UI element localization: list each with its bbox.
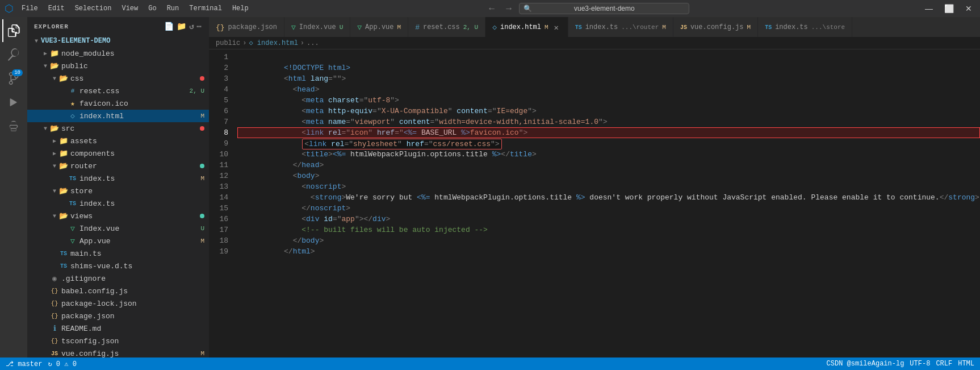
breadcrumb-part[interactable]: public: [216, 39, 240, 47]
sidebar-root[interactable]: ▼ VUE3-ELEMENT-DEMO: [27, 35, 209, 47]
activity-explorer[interactable]: [2, 19, 25, 42]
js-icon: JS: [50, 351, 59, 357]
sidebar-item-tsconfig[interactable]: {} tsconfig.json: [27, 335, 209, 347]
language-label[interactable]: HTML: [958, 360, 974, 368]
code-line-4: <meta charset="utf-8">: [237, 84, 980, 95]
file-badge: M: [200, 238, 204, 244]
sidebar-item-shims-vue[interactable]: TS shims-vue.d.ts: [27, 260, 209, 272]
sidebar-item-babel-config[interactable]: {} babel.config.js: [27, 285, 209, 297]
more-actions-icon[interactable]: ⋯: [197, 22, 202, 31]
sidebar-item-favicon[interactable]: ★ favicon.ico: [27, 97, 209, 110]
tab-label: index.html: [500, 23, 541, 31]
sidebar-item-assets[interactable]: ▶ 📁 assets: [27, 135, 209, 147]
window-min-button[interactable]: —: [922, 4, 936, 13]
activity-bar: 10: [0, 17, 27, 357]
file-badge: U: [200, 225, 204, 232]
status-bar-right: CSDN @smileAgain-lg UTF-8 CRLF HTML: [827, 360, 974, 368]
tab-index-vue[interactable]: ▽ Index.vue U: [284, 17, 350, 37]
new-folder-icon[interactable]: 📁: [177, 22, 187, 31]
sidebar-item-src[interactable]: ▼ 📂 src: [27, 122, 209, 135]
folder-icon: 📁: [59, 149, 68, 158]
sidebar-item-main-ts[interactable]: TS main.ts: [27, 247, 209, 260]
arrow-icon: ▶: [50, 138, 59, 144]
favicon-icon: ★: [68, 99, 77, 108]
sidebar-item-components[interactable]: ▶ 📁 components: [27, 147, 209, 160]
sidebar-item-index-html[interactable]: ◇ index.html M: [27, 110, 209, 122]
tab-badge: M: [397, 24, 401, 31]
tab-suffix: ...\store: [811, 24, 845, 31]
sidebar-item-package-json[interactable]: {} package.json: [27, 310, 209, 322]
sidebar-item-label: src: [61, 124, 198, 133]
sidebar-header-icons: 📄 📁 ↺ ⋯: [164, 22, 202, 31]
sidebar-item-reset-css[interactable]: # reset.css 2, U: [27, 85, 209, 97]
menu-go[interactable]: Go: [144, 3, 161, 14]
sidebar-item-store-index-ts[interactable]: TS index.ts: [27, 197, 209, 210]
tab-icon: JS: [680, 24, 687, 31]
nav-back-button[interactable]: ←: [485, 3, 499, 14]
menu-view[interactable]: View: [117, 3, 143, 14]
sidebar-item-public[interactable]: ▼ 📂 public: [27, 60, 209, 72]
activity-source-control[interactable]: 10: [2, 67, 25, 90]
breadcrumb-section[interactable]: ...: [307, 39, 319, 47]
sidebar-item-views[interactable]: ▼ 📂 views: [27, 210, 209, 222]
encoding-label[interactable]: UTF-8: [910, 360, 930, 368]
menu-edit[interactable]: Edit: [44, 3, 69, 14]
tabs-bar: {} package.json ▽ Index.vue U ▽ App.vue …: [209, 17, 980, 37]
sidebar-item-package-lock[interactable]: {} package-lock.json: [27, 297, 209, 310]
sidebar-item-store[interactable]: ▼ 📂 store: [27, 185, 209, 197]
sidebar-item-label: index.html: [79, 112, 198, 120]
sync-status[interactable]: ↻ 0 ⚠ 0: [48, 360, 76, 368]
line-ending-label[interactable]: CRLF: [936, 360, 952, 368]
sidebar-item-views-index-vue[interactable]: ▽ Index.vue U: [27, 222, 209, 235]
json-icon: {}: [50, 338, 59, 344]
sidebar-item-label: index.ts: [79, 199, 204, 208]
menu-selection[interactable]: Selection: [70, 3, 116, 14]
search-input[interactable]: [519, 3, 689, 14]
refresh-icon[interactable]: ↺: [189, 22, 194, 31]
tab-index-ts-router[interactable]: TS index.ts ...\router M: [568, 17, 673, 37]
window-max-button[interactable]: ⬜: [941, 4, 957, 13]
tab-index-html[interactable]: ◇ index.html M ✕: [485, 17, 568, 37]
tab-icon: ▽: [357, 23, 362, 32]
sidebar-item-router[interactable]: ▼ 📂 router: [27, 160, 209, 172]
tab-package-json[interactable]: {} package.json: [209, 17, 284, 37]
sidebar-item-label: tsconfig.json: [61, 337, 204, 346]
breadcrumb-file[interactable]: ◇ index.html: [249, 39, 298, 47]
tab-close-button[interactable]: ✕: [552, 23, 561, 32]
window-close-button[interactable]: ✕: [962, 4, 975, 13]
menu-help[interactable]: Help: [228, 3, 253, 14]
source-control-badge: 10: [12, 69, 23, 76]
menu-file[interactable]: File: [17, 3, 43, 14]
nav-forward-button[interactable]: →: [502, 3, 516, 14]
sidebar-item-node-modules[interactable]: ▶ 📁 node_modules: [27, 47, 209, 60]
tab-app-vue[interactable]: ▽ App.vue M: [350, 17, 408, 37]
activity-search[interactable]: [2, 43, 25, 66]
tab-icon: ◇: [492, 23, 497, 32]
tab-index-ts-store[interactable]: TS index.ts ...\store: [758, 17, 852, 37]
tab-badge: M: [545, 24, 548, 31]
sidebar-item-app-vue[interactable]: ▽ App.vue M: [27, 235, 209, 247]
sidebar-item-label: index.ts: [79, 174, 198, 183]
folder-open-icon: 📂: [59, 161, 68, 171]
sidebar-item-gitignore[interactable]: ◉ .gitignore: [27, 272, 209, 285]
code-line-13: <strong>We're sorry but <%= htmlWebpackP…: [237, 181, 980, 192]
tab-reset-css[interactable]: # reset.css 2, U: [408, 17, 485, 37]
modified-dot: [200, 214, 204, 218]
tab-vue-config-js[interactable]: JS vue.config.js M: [673, 17, 758, 37]
readme-icon: ℹ: [50, 324, 59, 333]
sidebar-item-css[interactable]: ▼ 📂 css: [27, 72, 209, 85]
sidebar-item-router-index-ts[interactable]: TS index.ts M: [27, 172, 209, 185]
new-file-icon[interactable]: 📄: [164, 22, 174, 31]
sidebar-item-readme[interactable]: ℹ README.md: [27, 322, 209, 335]
git-icon: ◉: [50, 274, 59, 283]
menu-run[interactable]: Run: [162, 3, 184, 14]
vue-icon: ▽: [68, 236, 77, 246]
menu-terminal[interactable]: Terminal: [185, 3, 227, 14]
app-icon: ⬡: [5, 2, 14, 15]
activity-extensions[interactable]: [2, 115, 25, 138]
sidebar-item-label: router: [70, 162, 198, 171]
sidebar-item-vue-config[interactable]: JS vue.config.js M: [27, 347, 209, 357]
activity-run[interactable]: [2, 91, 25, 114]
git-branch[interactable]: ⎇ master: [6, 360, 42, 368]
code-area[interactable]: <!DOCTYPE html> <html lang=""> <head> <m…: [237, 49, 980, 357]
